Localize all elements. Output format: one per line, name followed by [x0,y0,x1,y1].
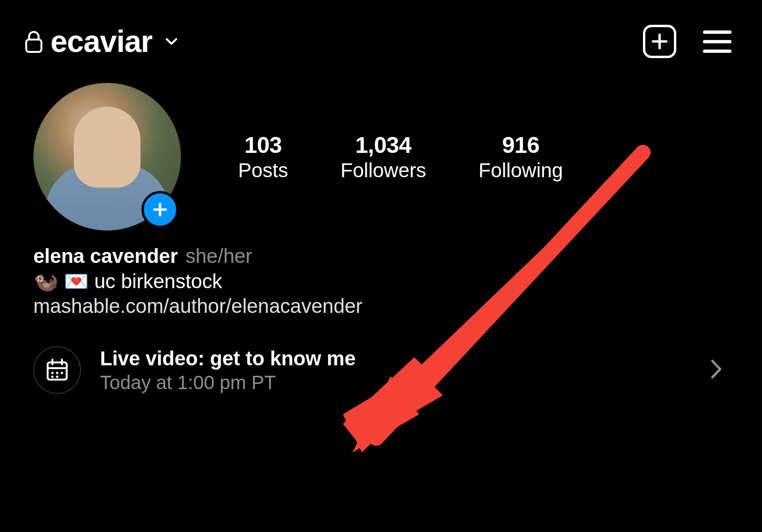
header-actions [643,25,732,58]
hamburger-icon [703,30,732,34]
display-name: elena cavender [33,245,178,268]
profile-stats-row: 103 Posts 1,034 Followers 916 Following [0,69,762,240]
profile-header: ecaviar [0,0,762,69]
followers-label: Followers [341,159,426,182]
bio-link[interactable]: mashable.com/author/elenacavender [33,295,729,318]
following-count: 916 [502,132,540,158]
svg-point-3 [56,372,59,374]
calendar-icon [45,358,70,382]
bio-text: uc birkenstock [94,270,222,293]
pronouns: she/her [186,245,252,268]
menu-button[interactable] [703,30,732,53]
svg-point-6 [56,376,59,378]
following-stat[interactable]: 916 Following [479,132,563,182]
envelope-emoji: 💌 [64,270,89,293]
event-text: Live video: get to know me Today at 1:00… [100,347,691,393]
svg-point-5 [51,376,54,378]
username-switcher[interactable]: ecaviar [24,24,179,59]
event-time: Today at 1:00 pm PT [100,372,691,393]
avatar-container[interactable] [33,83,181,231]
stats-row: 103 Posts 1,034 Followers 916 Following [219,132,729,182]
plus-icon [650,32,669,51]
username-label: ecaviar [50,24,152,59]
lock-icon [24,29,44,54]
chevron-down-icon [164,34,179,49]
event-title: Live video: get to know me [100,347,691,370]
plus-icon [151,201,169,218]
posts-label: Posts [238,159,288,182]
posts-stat[interactable]: 103 Posts [238,132,288,182]
otter-emoji: 🦦 [33,270,58,293]
bio-line: 🦦 💌 uc birkenstock [33,270,729,293]
chevron-right-icon [710,357,724,383]
add-story-button[interactable] [141,191,179,228]
scheduled-live-event[interactable]: Live video: get to know me Today at 1:00… [0,332,762,408]
name-row: elena cavender she/her [33,245,729,268]
svg-rect-0 [26,40,41,52]
svg-point-2 [51,372,54,374]
bio-section: elena cavender she/her 🦦 💌 uc birkenstoc… [0,240,762,332]
svg-point-4 [61,372,63,374]
following-label: Following [479,159,563,182]
followers-stat[interactable]: 1,034 Followers [341,132,426,182]
posts-count: 103 [244,132,282,158]
create-post-button[interactable] [643,25,676,58]
followers-count: 1,034 [355,132,411,158]
event-icon-circle [33,346,81,394]
